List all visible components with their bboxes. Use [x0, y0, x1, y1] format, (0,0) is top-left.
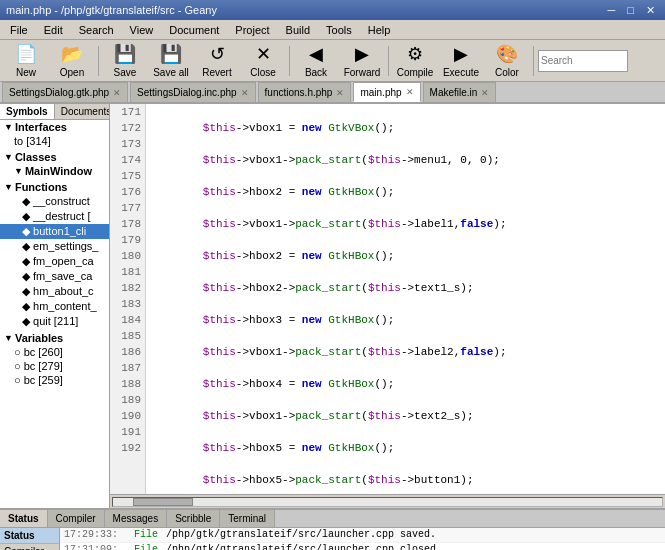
- revert-label: Revert: [202, 67, 231, 78]
- code-container: 171172173174175 176177178179180 18118218…: [110, 104, 665, 494]
- classes-arrow: ▼: [4, 152, 13, 162]
- classes-label: Classes: [15, 151, 57, 163]
- menu-item-file[interactable]: File: [4, 22, 34, 38]
- variables-arrow: ▼: [4, 333, 13, 343]
- menu-item-view[interactable]: View: [124, 22, 160, 38]
- variables-section[interactable]: ▼ Variables: [0, 331, 109, 345]
- log-time: 17:31:09:: [60, 543, 130, 550]
- title-text: main.php - /php/gtk/gtranslateif/src - G…: [6, 4, 217, 16]
- mainwindow-section[interactable]: ▼ MainWindow: [0, 164, 109, 178]
- bottom-content: Status Compiler Messages Scribble Termin…: [0, 528, 665, 550]
- open-label: Open: [60, 67, 84, 78]
- tab-main-php-close[interactable]: ✕: [406, 87, 414, 97]
- symbols-tab[interactable]: Symbols: [0, 104, 55, 119]
- tree-item-destruct[interactable]: ◆ __destruct [: [0, 209, 109, 224]
- tab-functions-h-close[interactable]: ✕: [336, 88, 344, 98]
- tree-item-em-settings[interactable]: ◆ em_settings_: [0, 239, 109, 254]
- tab-settingsdialog-inc-label: SettingsDialog.inc.php: [137, 87, 237, 98]
- save-label: Save: [114, 67, 137, 78]
- tab-settingsdialog-gtk-label: SettingsDialog.gtk.php: [9, 87, 109, 98]
- tab-settingsdialog-gtk-close[interactable]: ✕: [113, 88, 121, 98]
- color-icon: 🎨: [496, 43, 518, 65]
- interfaces-arrow: ▼: [4, 122, 13, 132]
- bottom-tab-messages[interactable]: Messages: [105, 510, 168, 527]
- revert-button[interactable]: ↺ Revert: [195, 42, 239, 80]
- menu-item-search[interactable]: Search: [73, 22, 120, 38]
- tree-item-hm-content[interactable]: ◆ hm_content_: [0, 299, 109, 314]
- horizontal-scrollbar[interactable]: [110, 494, 665, 508]
- bottom-tab-terminal[interactable]: Terminal: [220, 510, 275, 527]
- interfaces-section[interactable]: ▼ Interfaces: [0, 120, 109, 134]
- tree-item-fm-save[interactable]: ◆ fm_save_ca: [0, 269, 109, 284]
- tree-item-quit[interactable]: ◆ quit [211]: [0, 314, 109, 329]
- separator-2: [289, 46, 290, 76]
- interfaces-label: Interfaces: [15, 121, 67, 133]
- revert-icon: ↺: [210, 43, 225, 65]
- code-content[interactable]: $this->vbox1 = new GtkVBox(); $this->vbo…: [146, 104, 665, 494]
- bottom-tabs: Status Compiler Messages Scribble Termin…: [0, 510, 665, 528]
- tab-functions-h-label: functions.h.php: [265, 87, 333, 98]
- save-button[interactable]: 💾 Save: [103, 42, 147, 80]
- tree-item-hm-about[interactable]: ◆ hm_about_c: [0, 284, 109, 299]
- menu-item-edit[interactable]: Edit: [38, 22, 69, 38]
- line-numbers: 171172173174175 176177178179180 18118218…: [110, 104, 146, 494]
- tab-makefile[interactable]: Makefile.in ✕: [423, 82, 497, 102]
- tree-item-bc259[interactable]: ○ bc [259]: [0, 373, 109, 387]
- compile-button[interactable]: ⚙ Compile: [393, 42, 437, 80]
- functions-arrow: ▼: [4, 182, 13, 192]
- bottom-tab-scribble[interactable]: Scribble: [167, 510, 220, 527]
- tree-item-bc279[interactable]: ○ bc [279]: [0, 359, 109, 373]
- log-msg: /php/gtk/gtranslateif/src/launcher.cpp c…: [162, 543, 446, 550]
- bottom-sidebar-compiler[interactable]: Compiler: [0, 544, 59, 550]
- functions-section[interactable]: ▼ Functions: [0, 180, 109, 194]
- bottom-sidebar: Status Compiler Messages Scribble Termin…: [0, 528, 60, 550]
- tree-item-bc260[interactable]: ○ bc [260]: [0, 345, 109, 359]
- close-label: Close: [250, 67, 276, 78]
- bottom-tab-status[interactable]: Status: [0, 510, 48, 527]
- separator-4: [533, 46, 534, 76]
- menu-item-help[interactable]: Help: [362, 22, 397, 38]
- tree-item-button1[interactable]: ◆ button1_cli: [0, 224, 109, 239]
- back-button[interactable]: ◀ Back: [294, 42, 338, 80]
- save-all-button[interactable]: 💾 Save all: [149, 42, 193, 80]
- documents-tab[interactable]: Documents: [55, 104, 110, 119]
- tab-makefile-close[interactable]: ✕: [481, 88, 489, 98]
- bottom-sidebar-status[interactable]: Status: [0, 528, 59, 544]
- new-button[interactable]: 📄 New: [4, 42, 48, 80]
- maximize-btn[interactable]: □: [623, 4, 638, 17]
- bottom-tab-compiler[interactable]: Compiler: [48, 510, 105, 527]
- tab-settingsdialog-gtk[interactable]: SettingsDialog.gtk.php ✕: [2, 82, 128, 102]
- execute-button[interactable]: ▶ Execute: [439, 42, 483, 80]
- forward-label: Forward: [344, 67, 381, 78]
- back-icon: ◀: [309, 43, 323, 65]
- tab-settingsdialog-inc-close[interactable]: ✕: [241, 88, 249, 98]
- classes-section[interactable]: ▼ Classes: [0, 150, 109, 164]
- tree-item-fm-open[interactable]: ◆ fm_open_ca: [0, 254, 109, 269]
- tree-item-construct[interactable]: ◆ __construct: [0, 194, 109, 209]
- separator-1: [98, 46, 99, 76]
- menu-item-document[interactable]: Document: [163, 22, 225, 38]
- new-label: New: [16, 67, 36, 78]
- close-btn[interactable]: ✕: [642, 4, 659, 17]
- tab-settingsdialog-inc[interactable]: SettingsDialog.inc.php ✕: [130, 82, 256, 102]
- color-button[interactable]: 🎨 Color: [485, 42, 529, 80]
- menu-item-project[interactable]: Project: [229, 22, 275, 38]
- tree-item-to314[interactable]: to [314]: [0, 134, 109, 148]
- variables-label: Variables: [15, 332, 63, 344]
- sidebar: Symbols Documents ▼ Interfaces to [314] …: [0, 104, 110, 508]
- forward-icon: ▶: [355, 43, 369, 65]
- menubar: FileEditSearchViewDocumentProjectBuildTo…: [0, 20, 665, 40]
- forward-button[interactable]: ▶ Forward: [340, 42, 384, 80]
- hscroll-thumb[interactable]: [133, 498, 193, 506]
- mainwindow-arrow: ▼: [14, 166, 23, 176]
- hscroll-track[interactable]: [112, 497, 663, 507]
- menu-item-build[interactable]: Build: [280, 22, 316, 38]
- search-input[interactable]: [538, 50, 628, 72]
- minimize-btn[interactable]: ─: [604, 4, 620, 17]
- tab-functions-h[interactable]: functions.h.php ✕: [258, 82, 352, 102]
- log-time: 17:29:33:: [60, 528, 130, 542]
- open-button[interactable]: 📂 Open: [50, 42, 94, 80]
- menu-item-tools[interactable]: Tools: [320, 22, 358, 38]
- close-button[interactable]: ✕ Close: [241, 42, 285, 80]
- tab-main-php[interactable]: main.php ✕: [353, 82, 420, 102]
